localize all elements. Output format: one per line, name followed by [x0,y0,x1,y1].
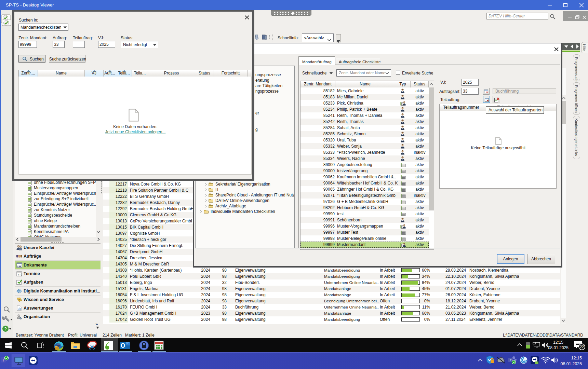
svg-text:?: ? [4,326,7,331]
svg-text:17: 17 [18,273,21,276]
svg-text:22: 22 [580,345,584,349]
svg-text:T: T [2,358,4,362]
svg-text:T: T [510,358,512,362]
